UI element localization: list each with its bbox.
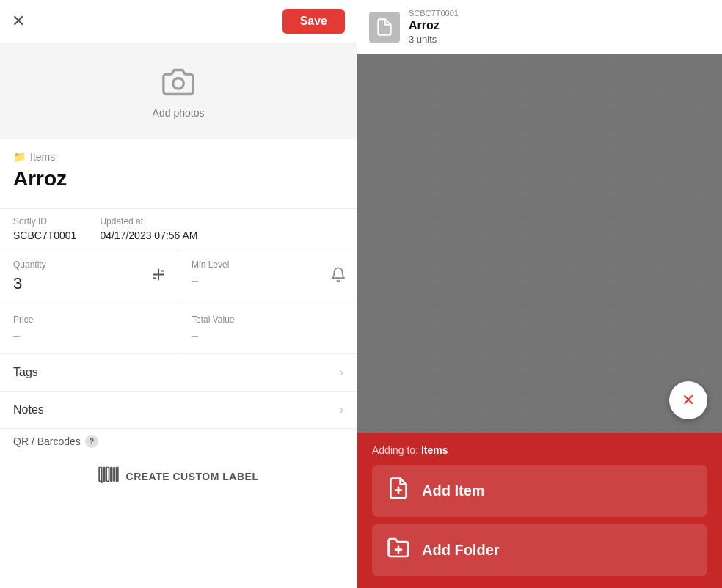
add-item-label: Add Item [422,482,485,499]
add-item-icon [387,477,410,505]
item-card-info: SCBC7T0001 Arroz 3 units [409,9,459,45]
breadcrumb-text: Items [30,151,55,163]
bell-button[interactable] [330,267,346,287]
breadcrumb: 📁 Items [13,151,343,163]
qr-row: QR / Barcodes ? [0,429,357,451]
min-level-value: – [192,274,343,287]
camera-icon [159,63,197,101]
svg-rect-9 [114,468,114,482]
total-value-cell: Total Value – [178,304,357,353]
item-card: SCBC7T0001 Arroz 3 units [357,0,722,54]
close-button[interactable]: ✕ [12,13,25,29]
quantity-cell: Quantity 3 [0,249,178,304]
item-title: Arroz [13,167,343,191]
close-fab-button[interactable]: ✕ [669,381,707,419]
add-photos-label: Add photos [153,107,205,119]
adjust-quantity-button[interactable] [150,266,167,287]
sortly-id-label: Sortly ID [13,216,76,227]
updated-at-col: Updated at 04/17/2023 07:56 AM [100,216,197,241]
price-label: Price [13,315,164,325]
item-card-units: 3 units [409,34,459,45]
add-folder-button[interactable]: Add Folder [372,524,707,576]
item-thumbnail [369,12,400,43]
price-cell: Price – [0,304,178,353]
help-badge[interactable]: ? [85,435,98,448]
save-button[interactable]: Save [282,9,345,34]
notes-row[interactable]: Notes › [0,392,357,429]
svg-rect-10 [116,468,117,482]
create-custom-label-button[interactable]: CREATE CUSTOM LABEL [0,451,357,502]
add-folder-label: Add Folder [422,542,500,559]
min-level-label: Min Level [192,260,343,270]
item-card-id: SCBC7T0001 [409,9,459,18]
item-card-name: Arroz [409,19,459,32]
create-label-text: CREATE CUSTOM LABEL [126,471,259,482]
sortly-id-value: SCBC7T0001 [13,229,76,241]
adding-location: Items [421,444,448,456]
barcode-icon [98,464,119,489]
svg-rect-5 [99,468,102,482]
total-value-label: Total Value [192,315,343,325]
fields-grid: Quantity 3 Min Level – [0,249,357,354]
chevron-right-icon-notes: › [340,403,343,416]
tags-label: Tags [13,366,38,379]
quantity-value: 3 [13,274,164,293]
min-level-cell: Min Level – [178,249,357,304]
svg-rect-7 [106,468,109,482]
action-panel: Adding to: Items Add Item [357,433,722,588]
add-folder-icon [387,536,410,565]
qr-label: QR / Barcodes [13,436,81,447]
svg-point-0 [173,78,184,89]
adding-label: Adding to: Items [372,444,707,456]
svg-rect-6 [103,468,105,482]
add-item-button[interactable]: Add Item [372,465,707,517]
svg-point-11 [101,481,103,483]
sortly-id-col: Sortly ID SCBC7T0001 [13,216,76,241]
item-info: 📁 Items Arroz [0,139,357,208]
top-bar: ✕ Save [0,0,357,43]
meta-row: Sortly ID SCBC7T0001 Updated at 04/17/20… [0,208,357,249]
notes-label: Notes [13,403,44,416]
quantity-label: Quantity [13,260,164,270]
gray-background-area [357,54,722,433]
chevron-right-icon: › [340,366,343,379]
updated-value: 04/17/2023 07:56 AM [100,229,197,241]
right-top-area: SCBC7T0001 Arroz 3 units [357,0,722,433]
tags-row[interactable]: Tags › [0,354,357,392]
photo-section[interactable]: Add photos [0,43,357,139]
svg-rect-8 [110,468,112,482]
updated-label: Updated at [100,216,197,227]
adding-prefix: Adding to: [372,444,418,456]
price-value: – [13,329,164,342]
folder-icon: 📁 [13,151,26,163]
left-panel: ✕ Save Add photos 📁 Items Arroz Sortly I… [0,0,357,588]
right-panel: SCBC7T0001 Arroz 3 units ✕ Adding to: It… [357,0,722,588]
total-value-value: – [192,329,343,342]
